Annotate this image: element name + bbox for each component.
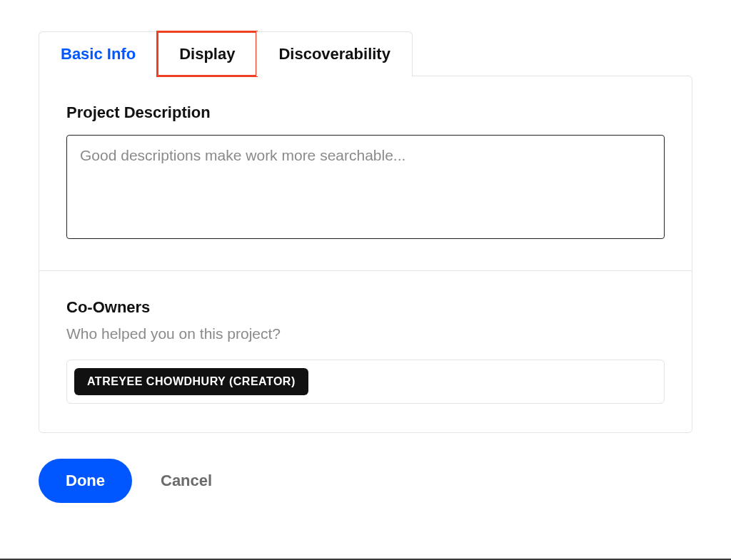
project-description-section: Project Description <box>39 76 692 270</box>
tab-display[interactable]: Display <box>157 31 257 76</box>
tab-bar: Basic Info Display Discoverability <box>39 31 692 76</box>
cancel-button[interactable]: Cancel <box>161 472 212 490</box>
co-owners-section: Co-Owners Who helped you on this project… <box>39 270 692 432</box>
tab-basic-info[interactable]: Basic Info <box>39 31 158 76</box>
owner-chip[interactable]: ATREYEE CHOWDHURY (CREATOR) <box>74 368 308 395</box>
co-owners-input[interactable]: ATREYEE CHOWDHURY (CREATOR) <box>66 360 665 404</box>
co-owners-subtitle: Who helped you on this project? <box>66 325 665 342</box>
done-button[interactable]: Done <box>39 459 132 503</box>
project-settings-form: Basic Info Display Discoverability Proje… <box>0 0 731 503</box>
project-description-title: Project Description <box>66 103 665 122</box>
tab-discoverability[interactable]: Discoverability <box>256 31 413 76</box>
tab-panel-basic-info: Project Description Co-Owners Who helped… <box>39 76 692 433</box>
co-owners-title: Co-Owners <box>66 298 665 317</box>
project-description-input[interactable] <box>66 135 665 239</box>
form-actions: Done Cancel <box>39 459 692 503</box>
